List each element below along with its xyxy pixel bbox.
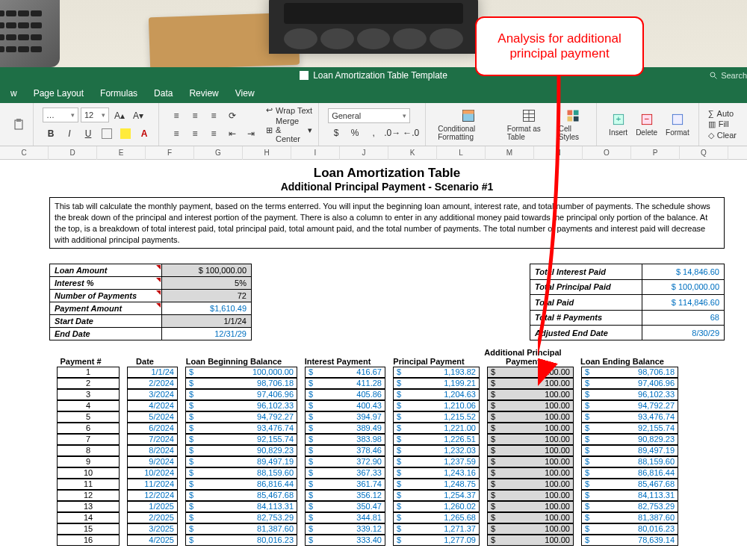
schedule-cell[interactable]: 15	[57, 523, 120, 535]
schedule-cell[interactable]: 389.49	[305, 423, 385, 434]
column-header[interactable]: H	[243, 146, 291, 160]
schedule-cell[interactable]: 93,476.74	[185, 423, 297, 434]
column-header[interactable]: D	[49, 146, 97, 160]
delete-button[interactable]: − Delete	[633, 111, 660, 138]
schedule-cell[interactable]: 16	[57, 535, 120, 546]
schedule-row[interactable]: 88/202490,829.23378.461,232.03100.0089,4…	[57, 445, 678, 456]
font-name-combo[interactable]: …▾	[43, 108, 78, 122]
schedule-cell[interactable]: 100.00	[487, 378, 574, 389]
menu-tab-page-layout[interactable]: Page Layout	[34, 88, 84, 99]
schedule-cell[interactable]: 356.12	[305, 490, 385, 501]
schedule-cell[interactable]: 394.97	[305, 411, 385, 423]
percent-format-button[interactable]: %	[347, 125, 363, 141]
schedule-cell[interactable]: 82,753.29	[581, 501, 678, 512]
schedule-cell[interactable]: 378.46	[305, 445, 385, 456]
number-format-combo[interactable]: General▾	[328, 108, 410, 123]
indent-increase-button[interactable]: ⇥	[243, 125, 259, 142]
schedule-cell[interactable]: 344.81	[305, 512, 385, 523]
schedule-cell[interactable]: 100.00	[487, 490, 574, 501]
schedule-cell[interactable]: 92,155.74	[185, 434, 297, 445]
column-header[interactable]: P	[631, 146, 680, 160]
cell-styles-button[interactable]: Cell Styles	[556, 107, 590, 143]
schedule-cell[interactable]: 1,254.37	[393, 490, 480, 501]
schedule-cell[interactable]: 11/2024	[127, 479, 178, 490]
align-left-button[interactable]: ≡	[168, 125, 185, 142]
schedule-cell[interactable]: 1/1/24	[127, 367, 178, 378]
worksheet[interactable]: Loan Amortization Table Additional Princ…	[0, 160, 747, 560]
increase-decimal-button[interactable]: .0→	[384, 125, 400, 141]
conditional-formatting-button[interactable]: Conditional Formatting	[435, 107, 502, 143]
schedule-cell[interactable]: 81,387.60	[185, 523, 297, 535]
schedule-cell[interactable]: 3/2025	[127, 523, 178, 535]
schedule-cell[interactable]: 85,467.68	[185, 490, 297, 501]
paste-button[interactable]	[10, 116, 27, 133]
search-box[interactable]: Search	[709, 67, 747, 84]
schedule-cell[interactable]: 333.40	[305, 535, 385, 546]
schedule-cell[interactable]: 11	[57, 479, 120, 490]
schedule-cell[interactable]: 1/2025	[127, 501, 178, 512]
schedule-row[interactable]: 131/202584,113.31350.471,260.02100.0082,…	[57, 501, 678, 512]
schedule-cell[interactable]: 5	[57, 411, 120, 423]
align-middle-button[interactable]: ≡	[187, 108, 203, 124]
schedule-cell[interactable]: 6	[57, 423, 120, 434]
menu-tab-w[interactable]: w	[10, 88, 17, 99]
schedule-cell[interactable]: 88,159.60	[581, 456, 678, 467]
schedule-cell[interactable]: 100.00	[487, 445, 574, 456]
schedule-cell[interactable]: 1,271.37	[393, 523, 480, 535]
column-header[interactable]: O	[583, 146, 631, 160]
schedule-cell[interactable]: 3/2024	[127, 389, 178, 400]
schedule-cell[interactable]: 93,476.74	[581, 411, 678, 423]
schedule-cell[interactable]: 411.28	[305, 378, 385, 389]
schedule-cell[interactable]: 1,204.63	[393, 389, 480, 400]
schedule-cell[interactable]: 2/2024	[127, 378, 178, 389]
schedule-cell[interactable]: 1,226.51	[393, 434, 480, 445]
schedule-cell[interactable]: 372.90	[305, 456, 385, 467]
column-header[interactable]: Q	[680, 146, 728, 160]
schedule-cell[interactable]: 1,237.59	[393, 456, 480, 467]
schedule-cell[interactable]: 416.67	[305, 367, 385, 378]
schedule-cell[interactable]: 84,113.31	[581, 490, 678, 501]
schedule-cell[interactable]: 4/2024	[127, 400, 178, 411]
fill-color-button[interactable]	[117, 125, 134, 142]
bold-button[interactable]: B	[43, 125, 59, 142]
schedule-cell[interactable]: 100.00	[487, 411, 574, 423]
schedule-cell[interactable]: 367.33	[305, 467, 385, 479]
schedule-cell[interactable]: 1,243.16	[393, 467, 480, 479]
schedule-row[interactable]: 11/1/24100,000.00416.671,193.82100.0098,…	[57, 367, 678, 378]
schedule-cell[interactable]: 100.00	[487, 512, 574, 523]
comma-format-button[interactable]: ,	[365, 125, 382, 141]
underline-button[interactable]: U	[80, 125, 96, 142]
schedule-cell[interactable]: 1,277.09	[393, 535, 480, 546]
schedule-cell[interactable]: 96,102.33	[185, 400, 297, 411]
schedule-cell[interactable]: 81,387.60	[581, 512, 678, 523]
schedule-cell[interactable]: 1	[57, 367, 120, 378]
column-header[interactable]: G	[194, 146, 243, 160]
orientation-button[interactable]: ⟳	[224, 108, 241, 124]
schedule-cell[interactable]: 383.98	[305, 434, 385, 445]
schedule-cell[interactable]: 90,829.23	[581, 434, 678, 445]
schedule-cell[interactable]: 100.00	[487, 467, 574, 479]
schedule-cell[interactable]: 98,706.18	[581, 367, 678, 378]
schedule-cell[interactable]: 78,639.14	[581, 535, 678, 546]
align-bottom-button[interactable]: ≡	[205, 108, 222, 124]
font-color-button[interactable]: A	[136, 125, 152, 142]
accounting-format-button[interactable]: $	[328, 125, 344, 141]
schedule-cell[interactable]: 10/2024	[127, 467, 178, 479]
align-right-button[interactable]: ≡	[205, 125, 222, 142]
schedule-cell[interactable]: 1,248.75	[393, 479, 480, 490]
schedule-cell[interactable]: 85,467.68	[581, 479, 678, 490]
menu-tab-formulas[interactable]: Formulas	[100, 88, 137, 99]
amortization-schedule-table[interactable]: 11/1/24100,000.00416.671,193.82100.0098,…	[49, 367, 686, 546]
schedule-cell[interactable]: 86,816.44	[185, 479, 297, 490]
schedule-cell[interactable]: 1,215.52	[393, 411, 480, 423]
schedule-cell[interactable]: 1,260.02	[393, 501, 480, 512]
schedule-row[interactable]: 33/202497,406.96405.861,204.63100.0096,1…	[57, 389, 678, 400]
schedule-cell[interactable]: 12	[57, 490, 120, 501]
schedule-row[interactable]: 142/202582,753.29344.811,265.68100.0081,…	[57, 512, 678, 523]
schedule-cell[interactable]: 89,497.19	[581, 445, 678, 456]
schedule-cell[interactable]: 5/2024	[127, 411, 178, 423]
schedule-cell[interactable]: 8/2024	[127, 445, 178, 456]
schedule-cell[interactable]: 13	[57, 501, 120, 512]
column-header[interactable]: J	[340, 146, 388, 160]
schedule-cell[interactable]: 88,159.60	[185, 467, 297, 479]
